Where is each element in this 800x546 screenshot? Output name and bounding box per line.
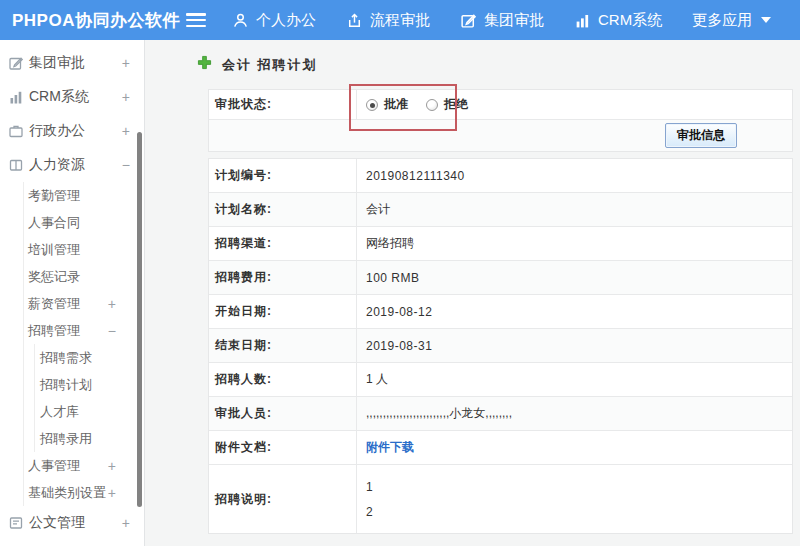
expand-icon[interactable]: + xyxy=(122,56,130,70)
briefcase-icon xyxy=(8,123,24,139)
topnav-group-approval[interactable]: 集团审批 xyxy=(460,11,544,30)
sidebar-item-hr[interactable]: 人力资源 − xyxy=(0,148,144,182)
field-label: 开始日期: xyxy=(209,295,357,328)
field-row-attachment: 附件文档: 附件下载 xyxy=(209,431,792,465)
sidebar-item-recruit-plan[interactable]: 招聘计划 xyxy=(35,371,144,398)
sidebar-item-vehicle[interactable]: 用车管理 + xyxy=(0,540,144,546)
expand-icon[interactable]: + xyxy=(122,516,130,530)
field-label: 计划名称: xyxy=(209,193,357,226)
approval-status-value: 批准 拒绝 xyxy=(357,90,792,119)
field-row-plan-name: 计划名称: 会计 xyxy=(209,193,792,227)
field-label: 招聘费用: xyxy=(209,261,357,294)
expand-icon[interactable]: + xyxy=(108,486,116,500)
description-line: 2 xyxy=(366,506,373,518)
hr-submenu: 考勤管理 人事合同 培训管理 奖惩记录 薪资管理 + 招聘管理 − 招聘需求 招… xyxy=(23,182,144,506)
sidebar-item-label: 培训管理 xyxy=(28,241,80,259)
field-label: 招聘渠道: xyxy=(209,227,357,260)
field-value: ,,,,,,,,,,,,,,,,,,,,,,,,,小龙女,,,,,,,, xyxy=(357,397,792,430)
sidebar-item-training[interactable]: 培训管理 xyxy=(24,236,144,263)
approval-panel: 审批状态: 批准 拒绝 审批信息 xyxy=(208,89,793,152)
field-label: 招聘人数: xyxy=(209,363,357,396)
approval-info-button[interactable]: 审批信息 xyxy=(665,123,737,148)
sidebar-scrollbar[interactable] xyxy=(137,132,142,507)
sidebar-item-personnel[interactable]: 人事管理 + xyxy=(24,452,144,479)
radio-reject[interactable]: 拒绝 xyxy=(426,96,468,113)
sidebar-item-label: 集团审批 xyxy=(29,54,85,72)
sidebar-item-attendance[interactable]: 考勤管理 xyxy=(24,182,144,209)
sidebar-item-talent-pool[interactable]: 人才库 xyxy=(35,398,144,425)
sidebar-item-crm[interactable]: CRM系统 + xyxy=(0,80,144,114)
field-row-approvers: 审批人员: ,,,,,,,,,,,,,,,,,,,,,,,,,小龙女,,,,,,… xyxy=(209,397,792,431)
sidebar-item-recruit-hire[interactable]: 招聘录用 xyxy=(35,425,144,452)
app-logo: PHPOA协同办公软件 xyxy=(0,9,186,32)
main-content: 会计 招聘计划 审批状态: 批准 拒绝 审批信息 xyxy=(145,40,800,546)
field-row-plan-number: 计划编号: 20190812111340 xyxy=(209,159,792,193)
approval-status-row: 审批状态: 批准 拒绝 xyxy=(209,90,792,120)
sidebar-item-salary[interactable]: 薪资管理 + xyxy=(24,290,144,317)
user-icon xyxy=(232,12,249,29)
field-value: 网络招聘 xyxy=(357,227,792,260)
description-line: 1 xyxy=(366,481,373,493)
field-value: 会计 xyxy=(357,193,792,226)
sidebar-item-recruitment[interactable]: 招聘管理 − xyxy=(24,317,144,344)
field-row-description: 招聘说明: 1 2 xyxy=(209,465,792,533)
recruitment-submenu: 招聘需求 招聘计划 人才库 招聘录用 xyxy=(34,344,144,452)
sidebar-item-recruit-demand[interactable]: 招聘需求 xyxy=(35,344,144,371)
expand-icon[interactable]: + xyxy=(122,90,130,104)
sidebar-item-label: 公文管理 xyxy=(29,514,85,532)
sidebar-item-admin-office[interactable]: 行政办公 + xyxy=(0,114,144,148)
field-value: 2019-08-12 xyxy=(357,295,792,328)
collapse-icon[interactable]: − xyxy=(108,324,116,338)
menu-toggle-icon[interactable] xyxy=(186,13,206,27)
radio-approve-icon[interactable] xyxy=(366,99,378,111)
sidebar-item-official-doc[interactable]: 公文管理 + xyxy=(0,506,144,540)
bar-chart-icon xyxy=(574,12,591,29)
sidebar-item-label: 人事合同 xyxy=(28,214,80,232)
field-value: 100 RMB xyxy=(357,261,792,294)
top-navigation: 个人办公 流程审批 集团审批 CRM系统 xyxy=(232,11,771,30)
sidebar-item-label: 招聘计划 xyxy=(40,376,92,394)
plan-detail-panel: 计划编号: 20190812111340 计划名称: 会计 招聘渠道: 网络招聘… xyxy=(208,158,793,534)
radio-reject-icon[interactable] xyxy=(426,99,438,111)
field-label: 审批人员: xyxy=(209,397,357,430)
field-value: 1 2 xyxy=(357,465,792,533)
compose-icon xyxy=(8,55,24,71)
expand-icon[interactable]: + xyxy=(122,124,130,138)
page-title: 会计 招聘计划 xyxy=(222,56,318,74)
sidebar-item-label: 基础类别设置 xyxy=(28,484,106,502)
field-row-headcount: 招聘人数: 1 人 xyxy=(209,363,792,397)
field-row-cost: 招聘费用: 100 RMB xyxy=(209,261,792,295)
field-label: 审批状态: xyxy=(209,90,357,119)
field-row-start-date: 开始日期: 2019-08-12 xyxy=(209,295,792,329)
topnav-more-apps[interactable]: 更多应用 xyxy=(692,11,771,30)
sidebar-item-hr-contract[interactable]: 人事合同 xyxy=(24,209,144,236)
sidebar-item-rewards[interactable]: 奖惩记录 xyxy=(24,263,144,290)
topnav-crm[interactable]: CRM系统 xyxy=(574,11,662,30)
topnav-workflow-approval[interactable]: 流程审批 xyxy=(346,11,430,30)
sidebar-item-label: 薪资管理 xyxy=(28,295,80,313)
radio-approve[interactable]: 批准 xyxy=(366,96,408,113)
field-value: 1 人 xyxy=(357,363,792,396)
sidebar-item-label: 招聘录用 xyxy=(40,430,92,448)
sidebar-item-label: 行政办公 xyxy=(29,122,85,140)
field-value: 2019-08-31 xyxy=(357,329,792,362)
field-label: 附件文档: xyxy=(209,431,357,464)
field-row-channel: 招聘渠道: 网络招聘 xyxy=(209,227,792,261)
topnav-label: 流程审批 xyxy=(370,11,430,30)
sidebar-item-label: CRM系统 xyxy=(29,88,89,106)
caret-down-icon xyxy=(761,17,771,23)
expand-icon[interactable]: + xyxy=(108,459,116,473)
document-icon xyxy=(8,515,24,531)
sidebar-item-label: 招聘需求 xyxy=(40,349,92,367)
radio-approve-label: 批准 xyxy=(384,96,408,113)
collapse-icon[interactable]: − xyxy=(122,158,130,172)
field-label: 招聘说明: xyxy=(209,465,357,533)
sidebar-item-group-approval[interactable]: 集团审批 + xyxy=(0,46,144,80)
bar-chart-icon xyxy=(8,89,24,105)
sidebar-item-base-category[interactable]: 基础类别设置 + xyxy=(24,479,144,506)
topnav-personal-office[interactable]: 个人办公 xyxy=(232,11,316,30)
expand-icon[interactable]: + xyxy=(108,297,116,311)
field-label: 结束日期: xyxy=(209,329,357,362)
process-icon xyxy=(346,12,363,29)
attachment-download-link[interactable]: 附件下载 xyxy=(366,439,414,456)
